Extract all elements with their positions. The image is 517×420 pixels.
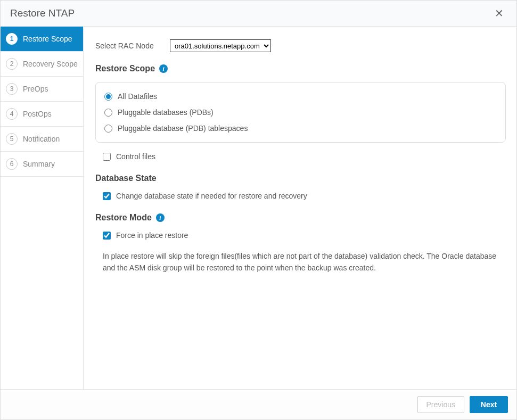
opt-label: All Datafiles	[118, 92, 157, 101]
restore-mode-title-text: Restore Mode	[95, 213, 152, 223]
rac-node-label: Select RAC Node	[95, 42, 170, 50]
step-num: 2	[6, 58, 18, 70]
step-label: PostOps	[23, 110, 52, 118]
info-icon[interactable]: i	[159, 64, 168, 73]
restore-scope-group: All Datafiles Pluggable databases (PDBs)…	[95, 82, 506, 143]
restore-scope-title: Restore Scope i	[95, 64, 506, 73]
info-icon[interactable]: i	[156, 213, 165, 222]
step-num: 5	[6, 133, 18, 145]
checkbox-change-db-state[interactable]	[103, 192, 111, 200]
rac-node-row: Select RAC Node ora01.solutions.netapp.c…	[95, 39, 506, 52]
force-in-place-row[interactable]: Force in place restore	[103, 231, 506, 240]
step-label: Summary	[23, 160, 55, 168]
wizard-sidebar: 1 Restore Scope 2 Recovery Scope 3 PreOp…	[1, 27, 84, 389]
dialog-title: Restore NTAP	[10, 7, 75, 19]
close-icon[interactable]: ✕	[491, 6, 507, 21]
next-button[interactable]: Next	[470, 396, 508, 413]
restore-mode-description: In place restore will skip the foreign f…	[103, 250, 506, 274]
opt-pdb-tablespaces[interactable]: Pluggable database (PDB) tablespaces	[104, 124, 497, 133]
step-num: 4	[6, 108, 18, 120]
dialog-body: 1 Restore Scope 2 Recovery Scope 3 PreOp…	[1, 27, 516, 389]
step-num: 6	[6, 158, 18, 170]
step-label: Notification	[23, 135, 60, 143]
restore-dialog: Restore NTAP ✕ 1 Restore Scope 2 Recover…	[0, 0, 517, 420]
radio-all-datafiles[interactable]	[104, 93, 112, 101]
step-label: Restore Scope	[23, 35, 72, 43]
change-db-state-row[interactable]: Change database state if needed for rest…	[103, 192, 506, 200]
step-preops[interactable]: 3 PreOps	[1, 77, 83, 102]
step-num: 3	[6, 83, 18, 95]
dialog-footer: Previous Next	[1, 389, 516, 419]
restore-mode-title: Restore Mode i	[95, 213, 506, 223]
main-panel: Select RAC Node ora01.solutions.netapp.c…	[84, 27, 516, 389]
opt-pdbs[interactable]: Pluggable databases (PDBs)	[104, 108, 497, 117]
control-files-row[interactable]: Control files	[103, 152, 506, 161]
opt-all-datafiles[interactable]: All Datafiles	[104, 92, 497, 101]
step-notification[interactable]: 5 Notification	[1, 127, 83, 152]
database-state-title: Database State	[95, 174, 506, 183]
step-label: PreOps	[23, 85, 48, 93]
radio-pdbs[interactable]	[104, 109, 112, 117]
step-num: 1	[6, 33, 18, 45]
previous-button[interactable]: Previous	[417, 396, 464, 413]
checkbox-control-files[interactable]	[103, 153, 111, 161]
radio-pdb-tablespaces[interactable]	[104, 125, 112, 133]
step-recovery-scope[interactable]: 2 Recovery Scope	[1, 52, 83, 77]
force-in-place-label: Force in place restore	[116, 231, 188, 240]
opt-label: Pluggable database (PDB) tablespaces	[118, 124, 248, 133]
database-state-title-text: Database State	[95, 174, 157, 183]
opt-label: Pluggable databases (PDBs)	[118, 108, 214, 117]
step-label: Recovery Scope	[23, 60, 78, 68]
change-db-state-label: Change database state if needed for rest…	[116, 192, 307, 200]
checkbox-force-in-place[interactable]	[103, 232, 111, 240]
step-restore-scope[interactable]: 1 Restore Scope	[1, 27, 83, 52]
control-files-label: Control files	[116, 152, 155, 161]
restore-scope-title-text: Restore Scope	[95, 64, 155, 73]
rac-node-select[interactable]: ora01.solutions.netapp.com	[170, 39, 271, 52]
dialog-header: Restore NTAP ✕	[1, 1, 516, 27]
step-postops[interactable]: 4 PostOps	[1, 102, 83, 127]
step-summary[interactable]: 6 Summary	[1, 152, 83, 177]
